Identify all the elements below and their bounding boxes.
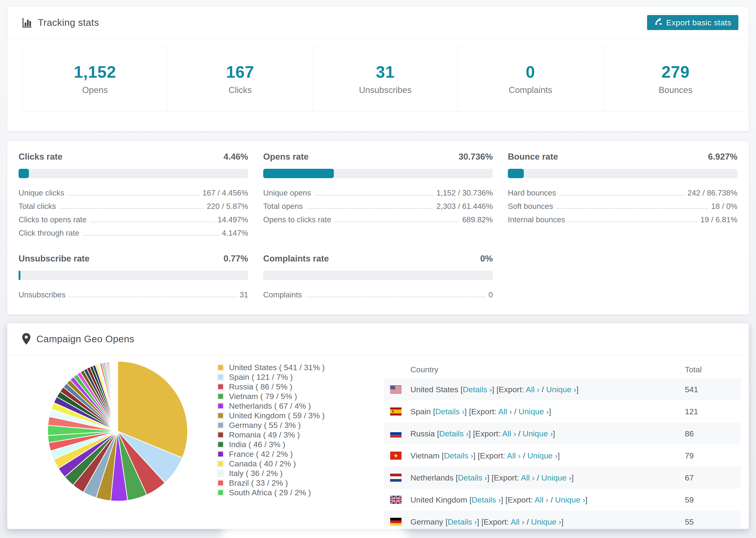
rate-detail-rows: Unsubscribes31	[19, 288, 248, 301]
export-all-link[interactable]: All ›	[507, 451, 521, 460]
rate-detail-row: Soft bounces18 / 0%	[508, 199, 737, 213]
dotted-leader	[83, 235, 219, 236]
export-basic-stats-button[interactable]: Export basic stats	[647, 15, 738, 30]
rate-panel-clicks-rate: Clicks rate4.46%Unique clicks167 / 4.456…	[19, 152, 248, 240]
export-unique-link[interactable]: Unique ›	[541, 473, 571, 482]
rate-value: 0.77%	[224, 254, 248, 264]
pie-slice-other[interactable]	[117, 361, 118, 431]
legend-swatch	[217, 374, 224, 380]
details-link[interactable]: Details ›	[472, 495, 501, 504]
legend-item-united-states: United States ( 541 / 31% )	[217, 363, 325, 372]
rate-title: Complaints rate	[263, 254, 329, 264]
geo-table: Country Total United States [Details ›] …	[384, 360, 741, 529]
dotted-leader	[557, 208, 708, 209]
export-all-link[interactable]: All ›	[502, 429, 516, 438]
flag-cell	[384, 518, 410, 526]
export-all-link[interactable]: All ›	[511, 517, 524, 526]
rate-title: Bounce rate	[508, 152, 558, 162]
detail-value: 31	[240, 290, 248, 299]
bracket: [	[469, 495, 471, 504]
export-all-link[interactable]: All ›	[526, 385, 540, 394]
export-unique-link[interactable]: Unique ›	[519, 407, 549, 416]
bracket: ]	[553, 429, 555, 438]
table-row-ru: Russia [Details ›] [Export: All › / Uniq…	[384, 422, 741, 445]
column-header-country: Country	[410, 365, 685, 374]
country-cell: Spain [Details ›] [Export: All › / Uniqu…	[410, 407, 685, 416]
export-unique-link[interactable]: Unique ›	[523, 429, 553, 438]
rate-detail-rows: Hard bounces242 / 86.738%Soft bounces18 …	[508, 186, 737, 226]
bracket: [	[497, 385, 499, 394]
rate-progress-fill	[19, 169, 29, 178]
export-unique-link[interactable]: Unique ›	[527, 451, 558, 460]
legend-label: Spain ( 121 / 7% )	[229, 372, 293, 382]
bracket: ]	[492, 385, 497, 394]
bracket: [	[492, 473, 494, 482]
campaign-geo-opens-card: Campaign Geo Opens United States ( 541 /…	[7, 323, 749, 529]
details-link[interactable]: Details ›	[448, 517, 477, 526]
legend-item-vietnam: Vietnam ( 79 / 5% )	[217, 392, 325, 401]
detail-value: 242 / 86.738%	[687, 188, 737, 197]
details-link[interactable]: Details ›	[458, 473, 487, 482]
legend-item-romania: Romania ( 49 / 3% )	[217, 430, 325, 440]
export-all-link[interactable]: All ›	[521, 473, 535, 482]
rate-panel-head: Clicks rate4.46%	[19, 152, 248, 162]
dotted-leader	[569, 222, 697, 222]
stat-value: 167	[226, 63, 254, 81]
rate-panel-complaints-rate: Complaints rate0%Complaints0	[263, 254, 493, 301]
details-link[interactable]: Details ›	[439, 429, 469, 438]
export-label: Export:	[480, 451, 507, 460]
legend-swatch	[217, 384, 224, 390]
country-cell: United States [Details ›] [Export: All ›…	[410, 385, 685, 394]
rate-panel-head: Unsubscribe rate0.77%	[19, 254, 248, 264]
geo-pie-chart[interactable]	[45, 358, 190, 504]
bracket: ]	[558, 451, 560, 460]
detail-value: 0	[489, 290, 493, 299]
rate-value: 30.736%	[459, 152, 493, 162]
export-label: Export:	[475, 429, 502, 438]
detail-value: 14.497%	[218, 215, 248, 224]
bracket: [	[437, 429, 439, 438]
rate-value: 6.927%	[708, 152, 738, 162]
country-name: Netherlands	[410, 473, 456, 482]
pie-legend: United States ( 541 / 31% )Spain ( 121 /…	[217, 363, 325, 497]
details-link[interactable]: Details ›	[435, 407, 465, 416]
legend-label: Canada ( 40 / 2% )	[229, 459, 296, 468]
geo-header: Campaign Geo Opens	[7, 323, 749, 355]
detail-label: Unique clicks	[19, 188, 64, 197]
export-all-link[interactable]: All ›	[535, 495, 549, 504]
bracket: ]	[561, 517, 563, 526]
flag-cell	[384, 430, 410, 438]
dotted-leader	[90, 222, 214, 222]
export-unique-link[interactable]: Unique ›	[546, 385, 576, 394]
bracket: ]	[477, 517, 481, 526]
total-cell: 541	[685, 385, 741, 394]
details-link[interactable]: Details ›	[463, 385, 492, 394]
detail-label: Soft bounces	[508, 202, 553, 211]
rate-title: Opens rate	[263, 152, 308, 162]
detail-label: Total clicks	[19, 202, 56, 211]
rate-detail-row: Unsubscribes31	[19, 288, 248, 301]
export-icon	[654, 17, 663, 28]
rate-detail-row: Unique opens1,152 / 30.736%	[263, 186, 493, 199]
legend-item-united-kingdom: United Kingdom ( 59 / 3% )	[217, 411, 325, 420]
flag-de-icon	[390, 518, 402, 526]
table-row-es: Spain [Details ›] [Export: All › / Uniqu…	[384, 401, 741, 422]
stat-label: Complaints	[509, 85, 552, 95]
legend-label: United Kingdom ( 59 / 3% )	[229, 411, 325, 420]
country-name: Russia	[410, 429, 437, 438]
export-unique-link[interactable]: Unique ›	[531, 517, 561, 526]
bracket: [	[433, 407, 435, 416]
rate-progress-fill	[19, 271, 21, 280]
legend-label: United States ( 541 / 31% )	[229, 363, 325, 372]
stat-box-clicks: 167Clicks	[168, 46, 313, 111]
export-unique-link[interactable]: Unique ›	[555, 495, 585, 504]
dotted-leader	[560, 195, 684, 195]
rate-progress-bar	[508, 169, 737, 178]
rate-detail-row: Clicks to opens rate14.497%	[19, 213, 248, 226]
legend-swatch	[217, 460, 224, 467]
export-all-link[interactable]: All ›	[498, 407, 512, 416]
details-link[interactable]: Details ›	[444, 451, 473, 460]
legend-item-france: France ( 42 / 2% )	[217, 449, 325, 459]
detail-value: 4.147%	[222, 229, 248, 238]
legend-swatch	[217, 470, 224, 476]
